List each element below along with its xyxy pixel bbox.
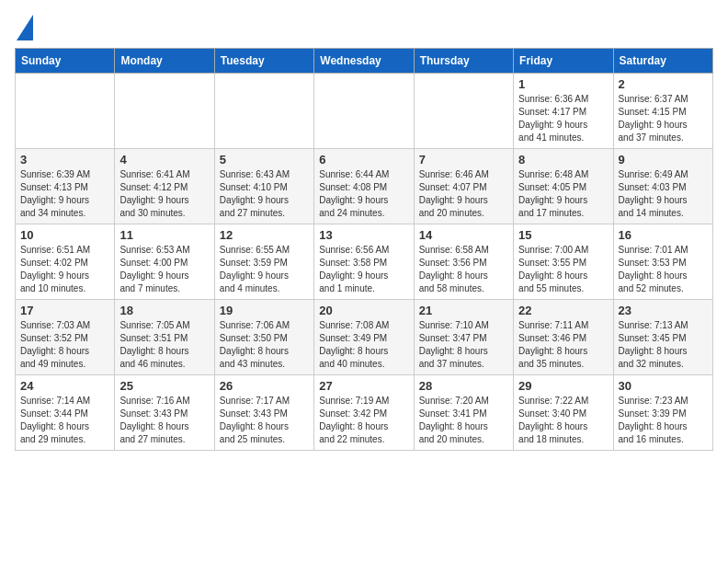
day-number: 2 — [619, 77, 708, 91]
logo — [15, 15, 33, 40]
day-number: 27 — [319, 379, 408, 393]
calendar-cell: 13Sunrise: 6:56 AM Sunset: 3:58 PM Dayli… — [314, 224, 414, 300]
day-of-week-header: Saturday — [613, 49, 712, 74]
calendar-cell: 3Sunrise: 6:39 AM Sunset: 4:13 PM Daylig… — [16, 149, 115, 224]
calendar-cell — [314, 74, 414, 149]
calendar-cell: 16Sunrise: 7:01 AM Sunset: 3:53 PM Dayli… — [613, 224, 712, 300]
day-number: 1 — [518, 77, 608, 91]
calendar-cell: 10Sunrise: 6:51 AM Sunset: 4:02 PM Dayli… — [16, 224, 115, 300]
calendar-week-row: 10Sunrise: 6:51 AM Sunset: 4:02 PM Dayli… — [16, 224, 713, 300]
calendar-cell: 9Sunrise: 6:49 AM Sunset: 4:03 PM Daylig… — [613, 149, 712, 224]
day-number: 15 — [518, 228, 608, 242]
day-number: 10 — [20, 228, 109, 242]
day-info: Sunrise: 7:11 AM Sunset: 3:46 PM Dayligh… — [518, 319, 608, 371]
day-number: 20 — [319, 304, 408, 317]
calendar-cell — [414, 74, 513, 149]
day-number: 6 — [319, 153, 408, 167]
calendar-cell: 25Sunrise: 7:16 AM Sunset: 3:43 PM Dayli… — [115, 375, 214, 451]
calendar-cell: 7Sunrise: 6:46 AM Sunset: 4:07 PM Daylig… — [414, 149, 513, 224]
day-info: Sunrise: 7:20 AM Sunset: 3:41 PM Dayligh… — [419, 395, 508, 446]
calendar-week-row: 3Sunrise: 6:39 AM Sunset: 4:13 PM Daylig… — [16, 149, 713, 224]
day-info: Sunrise: 7:05 AM Sunset: 3:51 PM Dayligh… — [119, 319, 209, 371]
calendar-cell: 24Sunrise: 7:14 AM Sunset: 3:44 PM Dayli… — [16, 375, 115, 451]
page-header — [15, 15, 713, 40]
day-number: 17 — [20, 304, 109, 317]
day-number: 19 — [220, 304, 309, 317]
day-of-week-header: Friday — [514, 49, 613, 74]
calendar-cell: 4Sunrise: 6:41 AM Sunset: 4:12 PM Daylig… — [115, 149, 214, 224]
calendar-cell: 15Sunrise: 7:00 AM Sunset: 3:55 PM Dayli… — [514, 224, 613, 300]
day-of-week-header: Thursday — [414, 49, 513, 74]
calendar-week-row: 24Sunrise: 7:14 AM Sunset: 3:44 PM Dayli… — [16, 375, 713, 451]
calendar-cell: 23Sunrise: 7:13 AM Sunset: 3:45 PM Dayli… — [613, 300, 712, 375]
day-info: Sunrise: 7:00 AM Sunset: 3:55 PM Dayligh… — [518, 244, 608, 295]
day-of-week-header: Sunday — [16, 49, 115, 74]
calendar-cell: 11Sunrise: 6:53 AM Sunset: 4:00 PM Dayli… — [115, 224, 214, 300]
day-number: 5 — [220, 153, 309, 167]
day-info: Sunrise: 6:51 AM Sunset: 4:02 PM Dayligh… — [20, 244, 109, 295]
day-info: Sunrise: 7:03 AM Sunset: 3:52 PM Dayligh… — [20, 319, 109, 371]
day-number: 4 — [119, 153, 209, 167]
day-info: Sunrise: 6:36 AM Sunset: 4:17 PM Dayligh… — [518, 93, 608, 144]
calendar-cell: 22Sunrise: 7:11 AM Sunset: 3:46 PM Dayli… — [514, 300, 613, 375]
calendar-cell: 2Sunrise: 6:37 AM Sunset: 4:15 PM Daylig… — [613, 74, 712, 149]
day-info: Sunrise: 6:46 AM Sunset: 4:07 PM Dayligh… — [419, 168, 508, 220]
calendar-cell: 5Sunrise: 6:43 AM Sunset: 4:10 PM Daylig… — [214, 149, 313, 224]
day-number: 8 — [518, 153, 608, 167]
day-info: Sunrise: 7:08 AM Sunset: 3:49 PM Dayligh… — [319, 319, 408, 371]
day-number: 30 — [619, 379, 708, 393]
day-info: Sunrise: 6:55 AM Sunset: 3:59 PM Dayligh… — [220, 244, 309, 295]
calendar-cell: 17Sunrise: 7:03 AM Sunset: 3:52 PM Dayli… — [16, 300, 115, 375]
day-info: Sunrise: 6:43 AM Sunset: 4:10 PM Dayligh… — [220, 168, 309, 220]
day-info: Sunrise: 6:58 AM Sunset: 3:56 PM Dayligh… — [419, 244, 508, 295]
day-number: 7 — [419, 153, 508, 167]
day-number: 18 — [119, 304, 209, 317]
day-number: 13 — [319, 228, 408, 242]
calendar-cell — [214, 74, 313, 149]
calendar-cell: 30Sunrise: 7:23 AM Sunset: 3:39 PM Dayli… — [613, 375, 712, 451]
day-info: Sunrise: 6:49 AM Sunset: 4:03 PM Dayligh… — [619, 168, 708, 220]
day-of-week-header: Wednesday — [314, 49, 414, 74]
calendar-cell: 19Sunrise: 7:06 AM Sunset: 3:50 PM Dayli… — [214, 300, 313, 375]
day-number: 24 — [20, 379, 109, 393]
calendar-header: SundayMondayTuesdayWednesdayThursdayFrid… — [16, 49, 713, 74]
day-info: Sunrise: 7:17 AM Sunset: 3:43 PM Dayligh… — [220, 395, 309, 446]
day-number: 25 — [119, 379, 209, 393]
day-info: Sunrise: 6:37 AM Sunset: 4:15 PM Dayligh… — [619, 93, 708, 144]
calendar-week-row: 1Sunrise: 6:36 AM Sunset: 4:17 PM Daylig… — [16, 74, 713, 149]
day-number: 28 — [419, 379, 508, 393]
day-number: 21 — [419, 304, 508, 317]
calendar-cell — [16, 74, 115, 149]
day-info: Sunrise: 7:14 AM Sunset: 3:44 PM Dayligh… — [20, 395, 109, 446]
calendar-cell: 8Sunrise: 6:48 AM Sunset: 4:05 PM Daylig… — [514, 149, 613, 224]
calendar-week-row: 17Sunrise: 7:03 AM Sunset: 3:52 PM Dayli… — [16, 300, 713, 375]
day-info: Sunrise: 7:13 AM Sunset: 3:45 PM Dayligh… — [619, 319, 708, 371]
calendar-cell: 20Sunrise: 7:08 AM Sunset: 3:49 PM Dayli… — [314, 300, 414, 375]
day-info: Sunrise: 7:06 AM Sunset: 3:50 PM Dayligh… — [220, 319, 309, 371]
calendar-cell: 28Sunrise: 7:20 AM Sunset: 3:41 PM Dayli… — [414, 375, 513, 451]
calendar-cell: 18Sunrise: 7:05 AM Sunset: 3:51 PM Dayli… — [115, 300, 214, 375]
day-info: Sunrise: 7:19 AM Sunset: 3:42 PM Dayligh… — [319, 395, 408, 446]
day-number: 29 — [518, 379, 608, 393]
calendar-cell: 14Sunrise: 6:58 AM Sunset: 3:56 PM Dayli… — [414, 224, 513, 300]
day-number: 26 — [220, 379, 309, 393]
day-info: Sunrise: 6:44 AM Sunset: 4:08 PM Dayligh… — [319, 168, 408, 220]
calendar-cell: 26Sunrise: 7:17 AM Sunset: 3:43 PM Dayli… — [214, 375, 313, 451]
day-info: Sunrise: 6:41 AM Sunset: 4:12 PM Dayligh… — [119, 168, 209, 220]
day-number: 16 — [619, 228, 708, 242]
calendar-cell: 6Sunrise: 6:44 AM Sunset: 4:08 PM Daylig… — [314, 149, 414, 224]
day-info: Sunrise: 7:23 AM Sunset: 3:39 PM Dayligh… — [619, 395, 708, 446]
calendar-cell: 1Sunrise: 6:36 AM Sunset: 4:17 PM Daylig… — [514, 74, 613, 149]
calendar-cell — [115, 74, 214, 149]
day-number: 3 — [20, 153, 109, 167]
calendar-cell: 12Sunrise: 6:55 AM Sunset: 3:59 PM Dayli… — [214, 224, 313, 300]
logo-triangle-icon — [17, 15, 33, 40]
day-info: Sunrise: 6:48 AM Sunset: 4:05 PM Dayligh… — [518, 168, 608, 220]
day-of-week-header: Tuesday — [214, 49, 313, 74]
day-info: Sunrise: 7:16 AM Sunset: 3:43 PM Dayligh… — [119, 395, 209, 446]
header-row: SundayMondayTuesdayWednesdayThursdayFrid… — [16, 49, 713, 74]
day-number: 9 — [619, 153, 708, 167]
day-number: 11 — [119, 228, 209, 242]
day-number: 12 — [220, 228, 309, 242]
day-info: Sunrise: 7:10 AM Sunset: 3:47 PM Dayligh… — [419, 319, 508, 371]
